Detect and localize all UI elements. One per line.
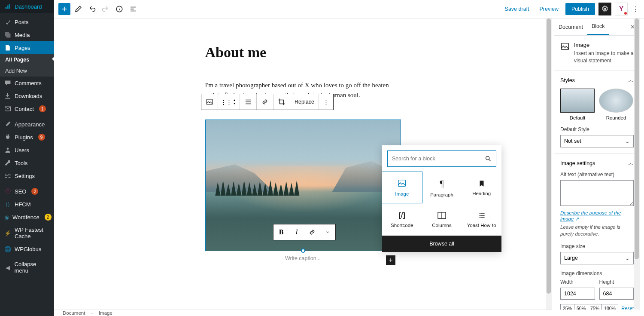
inserter-columns[interactable]: Columns [422,204,462,236]
tab-document[interactable]: Document [554,19,587,35]
edit-mode-button[interactable] [72,3,84,15]
alt-help-link[interactable]: Describe the purpose of the image [560,210,621,221]
redo-button[interactable] [100,3,112,15]
settings-button[interactable] [598,3,611,15]
canvas-scrollbar[interactable] [546,18,552,310]
browse-all-button[interactable]: Browse all [382,236,501,252]
add-block-inline-button[interactable] [386,255,395,265]
image-settings-title: Image settings [560,160,595,166]
drag-handle[interactable]: ⋮⋮▴▾ [218,94,240,110]
preview-button[interactable]: Preview [536,3,562,15]
yoast-button[interactable]: Y [615,3,628,15]
inserter-paragraph[interactable]: ¶Paragraph [422,172,462,204]
alt-text-label: Alt text (alternative text) [560,172,634,178]
move-arrows[interactable]: ▴▾ [234,98,235,105]
pct-50-button[interactable]: 50% [574,304,588,310]
publish-button[interactable]: Publish [565,3,595,15]
nav-comments[interactable]: Comments [0,77,54,89]
pct-25-button[interactable]: 25% [560,304,574,310]
inserter-yoast-label: Yoast How-to [467,223,496,228]
align-icon [244,98,252,106]
styles-section-toggle[interactable]: Styles︿ [560,77,634,84]
collapse-icon: ◀ [4,264,11,271]
nav-downloads[interactable]: Downloads [0,89,54,102]
default-style-select[interactable]: Not set⌄ [560,135,634,147]
info-button[interactable] [113,3,125,15]
add-block-button[interactable] [58,3,70,15]
caption-more-button[interactable] [320,224,335,240]
bold-button[interactable]: B [273,224,289,240]
caption-link-button[interactable] [304,224,320,240]
default-style-label: Default Style [560,126,634,132]
nav-plugins[interactable]: Plugins9 [0,131,54,144]
reset-button[interactable]: Reset [621,306,634,310]
inspector-scroll-thumb[interactable] [635,18,639,259]
image-settings-toggle[interactable]: Image settings︿ [560,160,634,167]
dimensions-label: Image dimensions [560,270,634,276]
nav-seo[interactable]: ⓎSEO2 [0,185,54,198]
inserter-shortcode[interactable]: [/]Shortcode [382,204,422,236]
alt-text-input[interactable] [560,180,634,206]
sliders-icon [4,172,11,179]
align-button[interactable] [240,94,257,110]
caption-input[interactable]: Write caption... [205,255,401,261]
nav-hfcm[interactable]: ⟨⟩HFCM [0,198,54,211]
more-options-button[interactable]: ⋮ [631,3,640,15]
style-rounded[interactable]: Rounded [599,89,633,120]
nav-wpfc[interactable]: ⚡WP Fastest Cache [0,224,54,242]
tab-block[interactable]: Block [587,18,609,35]
block-more-button[interactable]: ⋮ [319,94,333,110]
nav-all-pages[interactable]: All Pages [0,54,54,65]
inserter-heading-label: Heading [472,191,491,196]
inserter-yoast[interactable]: Yoast How-to [462,204,501,236]
nav-media[interactable]: Media [0,28,54,41]
plug-icon [4,134,11,141]
pct-75-button[interactable]: 75% [588,304,602,310]
outline-button[interactable] [127,3,139,15]
nav-settings[interactable]: Settings [0,169,54,182]
undo-button[interactable] [86,3,98,15]
inserter-image[interactable]: Image [382,172,422,203]
inserter-heading[interactable]: Heading [462,172,501,204]
nav-wordfence[interactable]: ◉Wordfence2 [0,211,54,224]
breadcrumb-image[interactable]: Image [99,310,112,316]
nav-tools[interactable]: Tools [0,156,54,169]
pct-100-button[interactable]: 100% [601,304,618,310]
nav-users-label: Users [15,147,29,153]
block-type-button[interactable] [201,94,218,110]
nav-users[interactable]: Users [0,144,54,156]
nav-appearance-label: Appearance [15,121,45,128]
collapse-menu[interactable]: ◀Collapse menu [0,258,54,277]
inspector-scrollbar[interactable] [634,18,640,310]
block-search[interactable] [387,150,496,167]
save-draft-button[interactable]: Save draft [501,3,533,15]
image-size-select[interactable]: Large⌄ [560,252,634,264]
nav-dashboard[interactable]: Dashboard [0,0,54,13]
width-input[interactable] [560,288,595,300]
breadcrumb-document[interactable]: Document [63,310,85,316]
crop-button[interactable] [273,94,290,110]
breadcrumb-separator: → [89,310,94,316]
height-label: Height [599,279,634,285]
height-input[interactable] [599,288,634,300]
search-icon [485,155,492,162]
nav-appearance[interactable]: Appearance [0,118,54,131]
pin-icon [4,18,11,25]
resize-handle[interactable] [301,249,305,253]
block-search-input[interactable] [392,156,485,162]
page-title[interactable]: About me [205,44,401,61]
media-icon [4,31,11,38]
nav-contact[interactable]: Contact1 [0,102,54,115]
nav-pages[interactable]: Pages [0,41,54,54]
nav-wpglobus[interactable]: 🌐WPGlobus [0,242,54,255]
style-default[interactable]: Default [560,89,595,120]
replace-button[interactable]: Replace [290,94,319,110]
canvas-scroll-thumb[interactable] [547,18,551,294]
inspector-panel: Document Block × Image Insert an image t… [554,18,640,310]
italic-button[interactable]: I [289,224,304,240]
nav-posts[interactable]: Posts [0,15,54,28]
link-button[interactable] [257,94,273,110]
nav-add-new[interactable]: Add New [0,65,54,77]
admin-sidebar: Dashboard Posts Media Pages All Pages Ad… [0,0,54,316]
image-size-value: Large [564,255,578,261]
